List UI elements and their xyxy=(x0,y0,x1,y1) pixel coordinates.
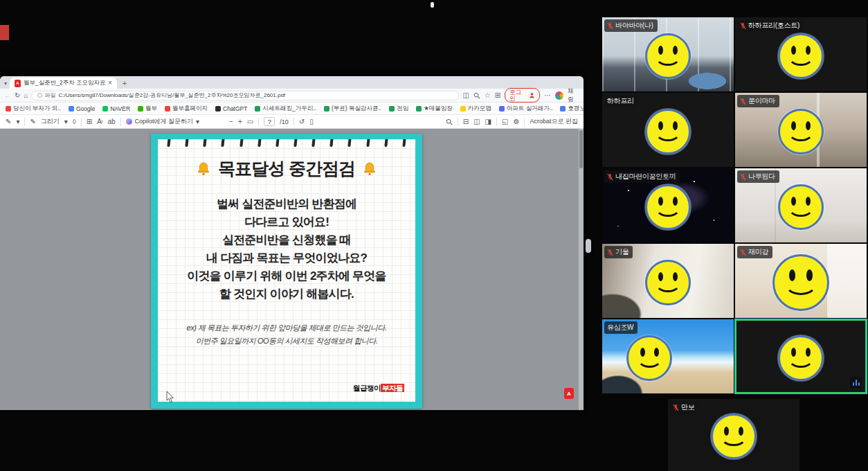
google-icon xyxy=(69,106,74,112)
participant-name: 재미강 xyxy=(748,247,768,257)
home-icon[interactable]: ⌂ xyxy=(24,92,28,99)
pdf-favicon-icon: A xyxy=(15,80,21,87)
acrobat-badge-icon[interactable]: A xyxy=(564,388,574,399)
read-aloud-icon[interactable]: Aᵎ xyxy=(97,118,102,125)
audio-level-icon xyxy=(850,377,862,389)
participant-tile[interactable]: 나무된다 xyxy=(735,168,867,242)
favorites-star-icon[interactable]: ☆ xyxy=(485,92,491,99)
bookmark-item[interactable]: ChatGPT xyxy=(215,105,247,112)
bookmark-favicon xyxy=(499,106,505,112)
participant-tile[interactable]: 내집마련이꿈인토끼 xyxy=(602,168,734,242)
search-icon[interactable] xyxy=(446,118,453,125)
rotate-icon[interactable]: ↺ xyxy=(299,118,305,125)
browser-tab[interactable]: A 월부_실준반_2주차 조모임자료_2.. × xyxy=(10,78,117,89)
page-number-input[interactable]: ? xyxy=(264,117,275,126)
bookmark-item[interactable]: 전임 xyxy=(389,105,408,113)
divider xyxy=(120,118,121,126)
settings-gear-icon[interactable]: ⚙ xyxy=(514,118,520,125)
participant-tile[interactable]: 재미강 xyxy=(735,244,867,318)
save-icon[interactable]: ◫ xyxy=(473,118,480,125)
bookmark-item[interactable]: 시세트래킹_가우리.. xyxy=(255,105,316,113)
bookmark-item[interactable]: 당신이 부자가 되.. xyxy=(6,105,61,113)
cursor-dot xyxy=(431,2,434,8)
participant-name: 바야바야(나) xyxy=(615,21,653,30)
participant-name-tag: 바야바야(나) xyxy=(604,19,658,32)
participant-tile[interactable]: 하하프리(호스트) xyxy=(735,17,867,91)
participant-tile[interactable]: 유심조W xyxy=(602,319,734,393)
eraser-icon[interactable]: ◊ xyxy=(73,118,76,125)
smiley-face-overlay xyxy=(626,335,672,381)
zoom-out-button[interactable]: − xyxy=(229,118,233,125)
pdf-content-area[interactable]: 목표달성 중간점검 벌써 실전준비반의 반환점에 다다르고 있어요! 실전준비반… xyxy=(0,129,584,410)
zoom-icon[interactable] xyxy=(473,92,480,99)
zoom-in-button[interactable]: + xyxy=(238,118,242,125)
pdf-toolbar-right: ⊟ ◫ ◨ ◱ ⚙ Acrobat으로 편집 xyxy=(446,117,578,126)
muted-mic-icon xyxy=(607,173,613,181)
participant-name: 하하프리(호스트) xyxy=(748,21,799,30)
copilot-icon xyxy=(126,118,132,125)
window-snap-divider[interactable] xyxy=(586,239,591,253)
bell-icon xyxy=(195,161,212,177)
fit-to-width-icon[interactable]: ▭ xyxy=(247,118,253,125)
chevron-down-icon: ▾ xyxy=(196,118,199,125)
document-title-row: 목표달성 중간점검 xyxy=(158,157,415,180)
hogangnono-icon[interactable]: 호갱노노 xyxy=(560,105,584,113)
address-bar-actions: ◫ ☆ ⊞ 로그인 ⋯ 채림 xyxy=(462,87,579,104)
pdf-toolbar: ✎ ▾ ✎ 그리기 ▾ ◊ ⊞ Aᵎ ab Copilot에게 질문하기 ▾ −… xyxy=(0,115,584,129)
acrobat-edit-button[interactable]: Acrobat으로 편집 xyxy=(530,117,578,126)
collections-icon[interactable]: ⊞ xyxy=(495,92,500,99)
participant-tile[interactable]: 바야바야(나) xyxy=(602,17,734,91)
mouse-cursor xyxy=(166,391,174,404)
bookmark-item[interactable]: NAVER xyxy=(102,105,130,112)
back-icon[interactable]: ← xyxy=(4,92,11,99)
muted-mic-icon xyxy=(673,404,679,411)
bookmark-item[interactable]: 월부홈페이지 xyxy=(165,105,208,113)
divider xyxy=(258,118,259,126)
print-icon[interactable]: ⊟ xyxy=(463,118,469,125)
bookmark-item[interactable]: 카카오맵 xyxy=(460,105,491,113)
file-scheme-chip: 파일 xyxy=(37,91,55,99)
highlighter-icon[interactable]: ✎ xyxy=(6,118,11,125)
bookmark-item[interactable]: 아파트 실거래가.. xyxy=(499,105,553,113)
chatgpt-icon xyxy=(215,106,221,112)
naver-icon xyxy=(102,106,108,112)
more-menu-icon[interactable]: ⋯ xyxy=(544,92,551,99)
chevron-down-icon[interactable]: ▾ xyxy=(16,118,19,125)
bookmark-item[interactable]: (무료) 목실감사큔.. xyxy=(324,105,381,113)
bookmark-item[interactable]: Google xyxy=(69,105,95,112)
vertical-scrollbar[interactable] xyxy=(579,129,584,410)
new-tab-button[interactable]: + xyxy=(117,79,132,89)
active-speaker-tile[interactable] xyxy=(735,319,867,393)
reload-icon[interactable]: ↻ xyxy=(15,92,20,99)
bookmark-item[interactable]: ★매물임장 xyxy=(416,105,453,113)
participant-tile[interactable]: 만보 xyxy=(668,399,799,471)
copilot-button[interactable]: Copilot에게 질문하기 ▾ xyxy=(126,117,200,126)
profile-avatar[interactable] xyxy=(555,91,563,100)
tab-search-chevron-icon[interactable]: ▾ xyxy=(3,80,10,89)
tab-close-icon[interactable]: × xyxy=(108,80,112,87)
split-screen-icon[interactable]: ◫ xyxy=(462,92,469,99)
chevron-down-icon[interactable]: ▾ xyxy=(64,118,68,125)
draw-label[interactable]: 그리기 xyxy=(41,117,60,126)
scrollbar-thumb[interactable] xyxy=(579,130,583,168)
text-select-icon[interactable]: ab xyxy=(107,118,115,125)
participant-tile[interactable]: 쭌이마마 xyxy=(735,93,867,167)
draw-pen-icon[interactable]: ✎ xyxy=(30,118,35,125)
person-icon xyxy=(529,92,535,98)
participant-name-tag: 유심조W xyxy=(604,321,638,334)
page-view-icon[interactable]: ▯ xyxy=(309,118,314,125)
two-page-view-icon[interactable]: ⊞ xyxy=(87,118,92,125)
participant-tile[interactable]: 기울 xyxy=(602,244,734,318)
participant-tile[interactable]: 하하프리 xyxy=(602,93,734,167)
smiley-face-overlay xyxy=(645,109,691,154)
url-field[interactable]: 파일 C:/Users/smg87/Downloads/실준2강-권유디님/월부… xyxy=(31,91,459,100)
participant-name: 내집마련이꿈인토끼 xyxy=(615,172,676,181)
save-as-icon[interactable]: ◨ xyxy=(485,118,491,125)
bookmark-item[interactable]: 월부 xyxy=(138,105,157,113)
login-button[interactable]: 로그인 xyxy=(505,88,540,103)
divider xyxy=(524,118,525,126)
fullscreen-icon[interactable]: ◱ xyxy=(502,118,508,125)
page-info-icon[interactable] xyxy=(37,93,42,98)
muted-mic-icon xyxy=(607,22,613,30)
desktop: ▾ A 월부_실준반_2주차 조모임자료_2.. × + ← ↻ ⌂ 파일 C:… xyxy=(0,0,868,471)
